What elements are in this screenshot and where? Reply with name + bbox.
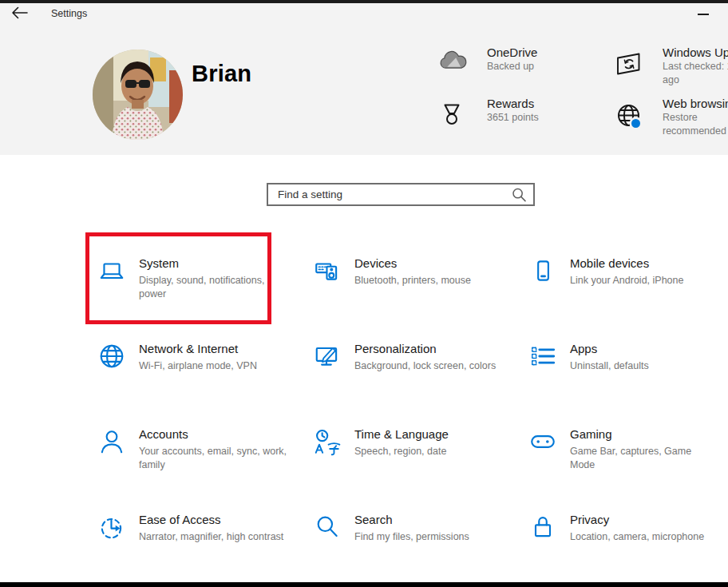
tile-title: Gaming: [570, 426, 702, 442]
web-browsing-globe-icon: [613, 101, 645, 134]
web-browsing-title: Web browsing: [663, 96, 728, 111]
web-browsing-status-line1: Restore: [663, 111, 728, 125]
avatar: [93, 50, 183, 140]
tile-time-language[interactable]: Time & Language Speech, region, date: [302, 407, 517, 493]
tile-desc: Location, camera, microphone: [570, 530, 704, 544]
tile-privacy[interactable]: Privacy Location, camera, microphone: [517, 493, 728, 578]
laptop-icon: [97, 256, 126, 285]
tile-network-internet[interactable]: Network & Internet Wi-Fi, airplane mode,…: [86, 322, 302, 407]
rewards-points: 3651 points: [487, 111, 591, 125]
minimize-button[interactable]: [688, 5, 718, 22]
tile-accounts[interactable]: Accounts Your accounts, email, sync, wor…: [86, 407, 302, 493]
monitor-pen-icon: [313, 342, 342, 371]
tile-desc: Speech, region, date: [354, 445, 449, 458]
tile-desc: Background, lock screen, colors: [354, 359, 496, 373]
window-title: Settings: [51, 8, 87, 19]
phone-icon: [528, 256, 557, 285]
tile-title: Apps: [570, 341, 649, 357]
tile-desc: Uninstall, defaults: [570, 359, 649, 373]
tile-desc: Find my files, permissions: [354, 530, 469, 544]
tile-ease-of-access[interactable]: Ease of Access Narrator, magnifier, high…: [86, 493, 302, 578]
windows-update-title: Windows Update: [663, 45, 728, 60]
apps-list-icon: [528, 342, 557, 371]
rewards-card[interactable]: Rewards 3651 points: [437, 96, 591, 131]
onedrive-status: Backed up: [487, 60, 591, 73]
search-box: [267, 183, 535, 206]
tile-personalization[interactable]: Personalization Background, lock screen,…: [302, 322, 517, 407]
tile-desc: Game Bar, captures, Game Mode: [570, 445, 702, 472]
tile-desc: Your accounts, email, sync, work, family: [139, 445, 291, 472]
onedrive-cloud-icon: [437, 50, 469, 75]
minimize-icon: [698, 14, 709, 15]
tile-title: Privacy: [570, 512, 704, 528]
search-input[interactable]: [268, 188, 511, 200]
magnifier-icon: [313, 513, 342, 541]
tile-title: Network & Internet: [139, 341, 257, 357]
windows-update-status-line1: Last checked: 1 hour: [663, 60, 728, 73]
tile-title: Devices: [354, 256, 471, 272]
tile-search[interactable]: Search Find my files, permissions: [302, 493, 517, 578]
back-button[interactable]: [11, 6, 32, 22]
devices-icon: [313, 256, 342, 285]
tile-desc: Narrator, magnifier, high contrast: [139, 530, 283, 544]
tile-title: Search: [354, 512, 469, 528]
settings-window: Settings: [0, 0, 728, 587]
tile-devices[interactable]: Devices Bluetooth, printers, mouse: [302, 236, 517, 322]
rewards-title: Rewards: [487, 96, 591, 111]
lock-icon: [528, 513, 557, 541]
ease-of-access-icon: [97, 513, 126, 541]
web-browsing-card[interactable]: Web browsing Restore recommended: [613, 96, 728, 137]
tile-title: Personalization: [354, 341, 496, 357]
tile-desc: Display, sound, notifications, power: [139, 274, 291, 301]
user-name: Brian: [192, 61, 251, 87]
tile-title: Time & Language: [354, 426, 449, 442]
tile-apps[interactable]: Apps Uninstall, defaults: [517, 322, 728, 407]
person-icon: [97, 427, 126, 456]
globe-icon: [97, 342, 126, 371]
search-icon[interactable]: [511, 187, 528, 203]
onedrive-title: OneDrive: [487, 45, 591, 60]
windows-update-card[interactable]: Windows Update Last checked: 1 hour ago: [613, 45, 728, 86]
tile-title: Ease of Access: [139, 512, 283, 528]
window-bottom-border: [0, 582, 728, 587]
gamepad-icon: [528, 427, 557, 456]
clock-language-icon: [313, 427, 342, 456]
tile-title: Mobile devices: [570, 256, 683, 272]
web-browsing-status-line2: recommended: [663, 125, 728, 138]
settings-categories-grid: System Display, sound, notifications, po…: [86, 236, 728, 578]
onedrive-card[interactable]: OneDrive Backed up: [437, 45, 591, 75]
tile-desc: Wi-Fi, airplane mode, VPN: [139, 359, 257, 373]
tile-title: System: [139, 256, 291, 272]
tile-desc: Bluetooth, printers, mouse: [354, 274, 471, 288]
tile-mobile-devices[interactable]: Mobile devices Link your Android, iPhone: [517, 236, 728, 322]
back-arrow-icon: [11, 6, 29, 19]
tile-system[interactable]: System Display, sound, notifications, po…: [86, 236, 302, 322]
windows-update-icon: [613, 50, 645, 81]
windows-update-status-line2: ago: [663, 73, 728, 87]
tile-desc: Link your Android, iPhone: [570, 274, 683, 288]
tile-title: Accounts: [139, 426, 291, 442]
tile-gaming[interactable]: Gaming Game Bar, captures, Game Mode: [517, 407, 728, 493]
rewards-medal-icon: [437, 101, 469, 131]
